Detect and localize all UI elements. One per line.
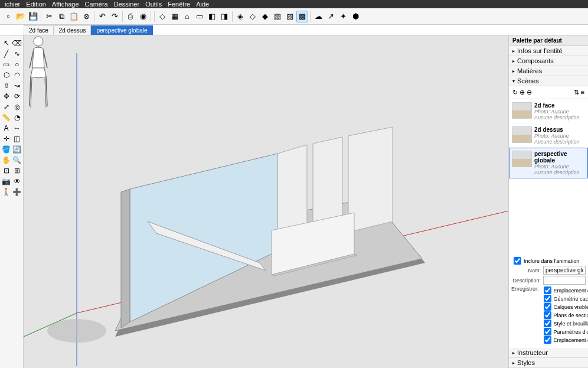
zoomextents-tool[interactable]: ⊞ (12, 165, 22, 176)
extension-icon[interactable]: ✦ (337, 11, 349, 22)
select-tool[interactable]: ↖ (1, 38, 12, 48)
paint-tool[interactable]: 🪣 (1, 144, 12, 155)
panel-materials[interactable]: Matières (509, 66, 588, 76)
menu-caméra[interactable]: Caméra (85, 1, 108, 8)
scene-name-input[interactable] (543, 266, 586, 275)
rectangle-tool[interactable]: ▭ (1, 59, 12, 70)
scene-tab[interactable]: 2d face (24, 25, 54, 35)
scale-tool[interactable]: ⤢ (1, 102, 12, 112)
copy-icon[interactable]: ⧉ (55, 11, 67, 22)
left-icon[interactable]: ◧ (206, 11, 218, 22)
open-icon[interactable]: 📂 (15, 11, 27, 22)
menu-aide[interactable]: Aide (196, 1, 209, 8)
scene-desc-input[interactable] (543, 276, 586, 285)
delete-icon[interactable]: ⊗ (80, 11, 92, 22)
save-check[interactable] (544, 328, 551, 336)
save-check[interactable] (544, 336, 551, 344)
wire-icon[interactable]: ◇ (247, 11, 259, 22)
save-check-label: Emplacement des axes (554, 337, 588, 343)
save-check[interactable] (544, 295, 551, 302)
orbit-tool[interactable]: 🔄 (12, 144, 22, 155)
panel-entity-info[interactable]: Infos sur l'entité (509, 46, 588, 56)
menu-bar[interactable]: ichierEditionAffichageCaméraDessinerOuti… (0, 0, 588, 8)
position-tool[interactable]: 📷 (1, 176, 12, 187)
save-icon[interactable]: 💾 (27, 11, 39, 22)
include-animation-label: Inclure dans l'animation (524, 258, 579, 264)
addscene-tool[interactable]: ➕ (12, 187, 22, 197)
menu-fenêtre[interactable]: Fenêtre (168, 1, 190, 8)
menu-outils[interactable]: Outils (145, 1, 162, 8)
panel-instructor[interactable]: Instructeur (509, 348, 588, 358)
followme-tool[interactable]: ↝ (12, 80, 22, 91)
hidden-icon[interactable]: ◆ (259, 11, 271, 22)
undo-icon[interactable]: ↶ (96, 11, 108, 22)
save-check[interactable] (544, 320, 551, 327)
line-tool[interactable]: ╱ (1, 48, 12, 59)
menu-affichage[interactable]: Affichage (52, 1, 79, 8)
menu-edition[interactable]: Edition (26, 1, 46, 8)
save-check[interactable] (544, 311, 551, 319)
front-icon[interactable]: ⌂ (181, 11, 193, 22)
add-scene-icon[interactable]: ⊕ (520, 89, 525, 96)
shaded-tex-icon[interactable]: ▨ (284, 11, 296, 22)
eraser-tool[interactable]: ⌫ (12, 38, 22, 48)
scene-menu-icon[interactable]: ≡ (581, 89, 584, 96)
dimension-tool[interactable]: ↔ (12, 123, 22, 133)
rotate-tool[interactable]: ⟳ (12, 91, 22, 102)
lookaround-tool[interactable]: 👁 (12, 176, 22, 187)
scene-list-item[interactable]: perspective globale Photo: Aucune Aucune… (509, 148, 588, 178)
scene-tab[interactable]: 2d dessus (54, 25, 92, 35)
menu-ichier[interactable]: ichier (5, 1, 20, 8)
mono-icon[interactable]: ▩ (296, 11, 308, 22)
redo-icon[interactable]: ↷ (109, 11, 120, 22)
pan-tool[interactable]: ✋ (1, 155, 12, 165)
scene-up-icon[interactable]: ⇅ (574, 89, 579, 96)
save-check[interactable] (544, 303, 551, 311)
top-icon[interactable]: ▦ (169, 11, 181, 22)
warehouse-icon[interactable]: ☁ (312, 11, 324, 22)
model-icon[interactable]: ◉ (137, 11, 149, 22)
panel-components[interactable]: Composants (509, 56, 588, 66)
remove-scene-icon[interactable]: ⊖ (527, 89, 532, 96)
circle-tool[interactable]: ○ (12, 59, 22, 70)
print-icon[interactable]: ⎙ (125, 11, 136, 22)
move-tool[interactable]: ✥ (1, 91, 12, 102)
cut-icon[interactable]: ✂ (43, 11, 55, 22)
scene-list-item[interactable]: 2d face Photo: Aucune Aucune description (509, 99, 588, 123)
zoom-tool[interactable]: 🔍 (12, 155, 22, 165)
arc-tool[interactable]: ◠ (12, 70, 22, 80)
protractor-tool[interactable]: ◔ (12, 112, 22, 123)
zoomwindow-tool[interactable]: ⊡ (1, 165, 12, 176)
xray-icon[interactable]: ◈ (234, 11, 246, 22)
iso-icon[interactable]: ◇ (156, 11, 168, 22)
include-animation-checkbox[interactable] (514, 257, 521, 265)
save-check[interactable] (544, 286, 551, 294)
scenes-list: 2d face Photo: Aucune Aucune description… (509, 99, 588, 178)
shaded-icon[interactable]: ▧ (272, 11, 283, 22)
new-icon[interactable]: ▫ (2, 11, 14, 22)
component-icon[interactable]: ⬢ (349, 11, 361, 22)
offset-tool[interactable]: ◎ (12, 102, 22, 112)
polygon-tool[interactable]: ⬡ (1, 70, 12, 80)
share-icon[interactable]: ↗ (325, 11, 337, 22)
viewport-3d[interactable] (24, 35, 508, 368)
back-icon[interactable]: ▭ (194, 11, 205, 22)
save-check-label: Emplacement de la caméra (554, 288, 588, 294)
panel-scenes[interactable]: Scènes (509, 76, 588, 86)
walk-tool[interactable]: 🚶 (1, 187, 12, 197)
axes-tool[interactable]: ✛ (1, 133, 12, 144)
tray-title: Palette par défaut (509, 35, 588, 46)
scene-tab[interactable]: perspective globale (91, 25, 152, 35)
scene-list-item[interactable]: 2d dessus Photo: Aucune Aucune descripti… (509, 123, 588, 148)
pushpull-tool[interactable]: ⇧ (1, 80, 12, 91)
menu-dessiner[interactable]: Dessiner (114, 1, 139, 8)
panel-styles[interactable]: Styles (509, 358, 588, 368)
right-icon[interactable]: ◨ (218, 11, 230, 22)
scale-figure (24, 35, 53, 112)
refresh-scenes-icon[interactable]: ↻ (512, 89, 518, 96)
freehand-tool[interactable]: ∿ (12, 48, 22, 59)
text-tool[interactable]: A (1, 123, 12, 133)
tape-tool[interactable]: 📏 (1, 112, 12, 123)
section-tool[interactable]: ◫ (12, 133, 22, 144)
paste-icon[interactable]: 📋 (68, 11, 80, 22)
